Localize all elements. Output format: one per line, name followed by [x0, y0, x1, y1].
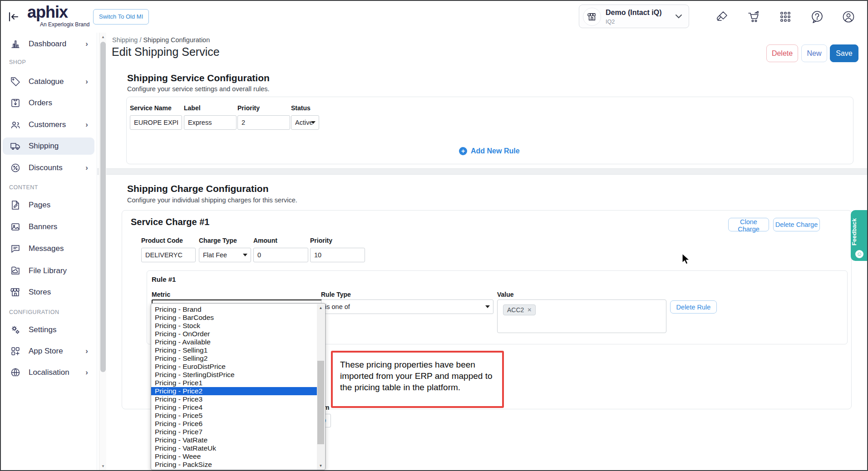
sidebar-section-shop: SHOP	[9, 59, 26, 65]
breadcrumb-parent[interactable]: Shipping	[112, 36, 138, 44]
metric-dropdown-option[interactable]: Pricing - OnOrder	[151, 330, 317, 338]
status-field: Status Active	[291, 104, 319, 130]
metric-dropdown-list[interactable]: Pricing - BrandPricing - BarCodesPricing…	[151, 303, 326, 470]
dashboard-icon	[10, 39, 21, 49]
chevron-right-icon: ›	[85, 120, 88, 129]
smiley-icon: ☺	[855, 250, 863, 258]
dropdown-scroll-down-arrow[interactable]: ▼	[317, 462, 325, 470]
metric-dropdown-option[interactable]: Pricing - Price4	[151, 403, 317, 412]
priority-input[interactable]	[237, 115, 290, 130]
metric-dropdown-option[interactable]: Pricing - Price6	[151, 420, 317, 428]
account-icon[interactable]	[842, 10, 855, 24]
dropdown-scroll-up-arrow[interactable]: ▲	[317, 304, 325, 312]
metric-dropdown-option[interactable]: Pricing - VatRate	[151, 436, 317, 444]
delete-rule-button[interactable]: Delete Rule	[670, 300, 717, 314]
breadcrumb: Shipping / Shipping Configuration	[112, 36, 210, 44]
messages-icon	[10, 243, 21, 254]
amount-label: Amount	[253, 237, 308, 246]
metric-dropdown-option[interactable]: Pricing - Brand	[151, 305, 317, 314]
apps-grid-icon[interactable]	[779, 10, 792, 24]
sidebar-item-orders[interactable]: Orders	[3, 94, 94, 112]
sidebar-item-discounts[interactable]: Discounts ›	[3, 159, 94, 177]
scrollbar-thumb[interactable]	[100, 42, 106, 372]
sidebar-item-stores[interactable]: Stores	[3, 284, 94, 301]
metric-dropdown-option[interactable]: Pricing - Weee	[151, 452, 317, 461]
dropdown-scrollbar[interactable]: ▲ ▼	[317, 304, 325, 470]
app-header: aphix An Experlogix Brand Switch To Old …	[0, 0, 868, 33]
priority-label: Priority	[237, 104, 290, 113]
chevron-right-icon: ›	[85, 347, 88, 356]
metric-dropdown-option[interactable]: Pricing - Stock	[151, 322, 317, 330]
metric-dropdown-option[interactable]: Pricing - Selling1	[151, 346, 317, 354]
clone-charge-button[interactable]: Clone Charge	[728, 218, 769, 231]
collapse-sidebar-icon[interactable]	[7, 11, 20, 23]
scroll-down-arrow[interactable]: ▼	[99, 463, 107, 470]
sidebar-item-app-store[interactable]: App Store ›	[3, 343, 94, 360]
metric-dropdown-option[interactable]: Pricing - SterlingDistPrice	[151, 371, 317, 379]
sidebar-item-settings[interactable]: Settings	[3, 321, 94, 339]
rule-type-select[interactable]: is one of	[321, 299, 493, 314]
save-button[interactable]: Save	[830, 44, 858, 62]
metric-dropdown-option[interactable]: Pricing - VatRateUk	[151, 444, 317, 452]
service-name-input[interactable]	[130, 115, 182, 130]
product-code-input[interactable]	[141, 248, 196, 262]
product-code-label: Product Code	[141, 237, 196, 246]
store-code: IQ2	[606, 19, 615, 25]
value-tags-box[interactable]: ACC2 ✕	[497, 299, 666, 333]
feedback-tab[interactable]: Feedback ☺	[851, 210, 868, 261]
new-button[interactable]: New	[801, 44, 827, 62]
amount-input[interactable]	[253, 248, 308, 262]
metric-dropdown-option[interactable]: Pricing - BarCodes	[151, 314, 317, 322]
charge-priority-input[interactable]	[310, 248, 365, 262]
sidebar-item-customers[interactable]: Customers ›	[3, 116, 94, 133]
sidebar-nav-list: Dashboard › SHOP Catalogue › Orders Cust…	[0, 33, 97, 376]
metric-dropdown-option[interactable]: Pricing - Price1	[151, 379, 317, 387]
metric-dropdown-option[interactable]: Pricing - PackSize	[151, 461, 317, 469]
switch-to-old-mi-button[interactable]: Switch To Old MI	[93, 9, 149, 25]
metric-label: Metric	[152, 291, 170, 300]
metric-dropdown-option[interactable]: Pricing - EuroDistPrice	[151, 363, 317, 371]
store-selector[interactable]: Demo (Intact iQ) IQ2	[579, 5, 689, 28]
brand-logo[interactable]: aphix	[27, 3, 68, 22]
remove-tag-icon[interactable]: ✕	[527, 307, 532, 313]
dropdown-scrollbar-thumb[interactable]	[317, 361, 324, 444]
metric-dropdown-option[interactable]: Pricing - Price3	[151, 395, 317, 403]
rule-title: Rule #1	[152, 275, 176, 283]
metric-dropdown-option[interactable]: Pricing - Price2	[151, 387, 317, 395]
discounts-icon	[10, 162, 21, 173]
theme-brush-icon[interactable]	[715, 10, 729, 24]
metric-dropdown-option[interactable]: Pricing - Price7	[151, 428, 317, 436]
add-new-rule-link[interactable]: + Add New Rule	[459, 147, 520, 155]
label-field: Label	[184, 104, 237, 130]
brand-tagline: An Experlogix Brand	[40, 21, 89, 28]
sidebar-item-shipping[interactable]: Shipping	[3, 137, 94, 155]
metric-dropdown-option[interactable]: Pricing - Price5	[151, 412, 317, 420]
sidebar-item-dashboard[interactable]: Dashboard ›	[3, 35, 94, 53]
metric-dropdown-option[interactable]: Pricing - Selling2	[151, 354, 317, 363]
sidebar-item-file-library[interactable]: File Library	[3, 262, 94, 280]
file-library-icon	[10, 265, 21, 276]
localisation-icon	[10, 367, 21, 376]
shipping-icon	[10, 141, 21, 152]
sidebar-item-catalogue[interactable]: Catalogue ›	[3, 73, 94, 90]
breadcrumb-separator: /	[138, 36, 143, 44]
sidebar-item-banners[interactable]: Banners	[3, 218, 94, 236]
delete-button[interactable]: Delete	[766, 44, 798, 62]
help-icon[interactable]	[810, 10, 824, 24]
sidebar-item-localisation[interactable]: Localisation ›	[3, 364, 94, 376]
label-input[interactable]	[184, 115, 237, 130]
charge-config-subheading: Configure your individual shipping charg…	[127, 196, 297, 204]
value-label: Value	[497, 291, 514, 300]
charge-type-select[interactable]: Flat Fee	[199, 248, 251, 262]
delete-charge-button[interactable]: Delete Charge	[773, 218, 820, 231]
main-scrollbar[interactable]: ▲ ▼	[99, 33, 106, 471]
sidebar-item-messages[interactable]: Messages	[3, 240, 94, 257]
catalogue-icon	[10, 76, 21, 87]
cart-icon[interactable]	[747, 10, 761, 24]
metric-dropdown-option[interactable]: Pricing - Available	[151, 338, 317, 346]
feedback-label: Feedback	[851, 214, 868, 250]
scroll-up-arrow[interactable]: ▲	[99, 34, 107, 41]
sidebar-item-pages[interactable]: Pages	[3, 196, 94, 214]
service-name-field: Service Name	[130, 104, 182, 130]
status-select[interactable]: Active	[291, 115, 319, 130]
